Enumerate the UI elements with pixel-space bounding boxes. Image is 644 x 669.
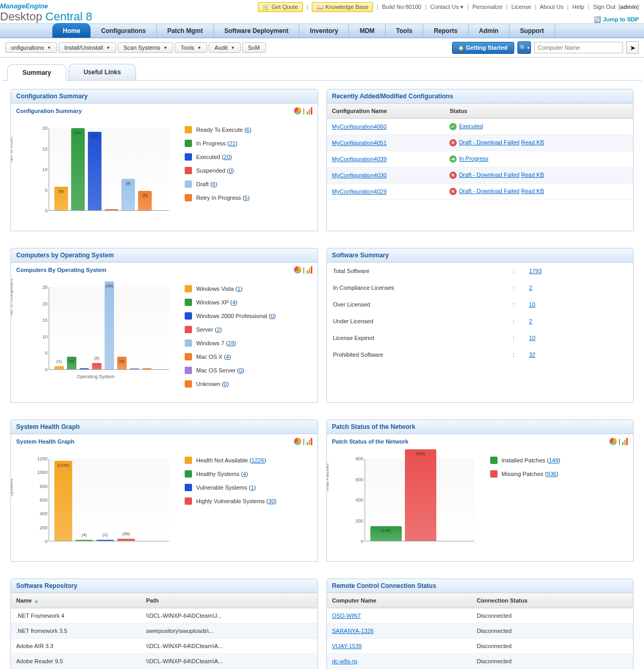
legend-item[interactable]: Ready To Execute (6) bbox=[185, 126, 252, 133]
tab-useful-links[interactable]: Useful Links bbox=[69, 64, 136, 80]
sign-out-link[interactable]: Sign Out bbox=[593, 4, 616, 10]
subnav-som[interactable]: SoM bbox=[242, 42, 266, 53]
getting-started-button[interactable]: Getting Started bbox=[452, 42, 514, 54]
chart-bar[interactable]: (1) bbox=[96, 540, 114, 541]
config-link[interactable]: MyConfiguration4039 bbox=[332, 156, 387, 162]
legend-item[interactable]: Draft (8) bbox=[185, 180, 252, 188]
chart-bar[interactable]: (5) bbox=[138, 191, 152, 211]
nav-patch-mgmt[interactable]: Patch Mgmt bbox=[157, 24, 214, 38]
config-link[interactable]: MyConfiguration4060 bbox=[332, 123, 387, 130]
subnav-onfigurations[interactable]: onfigurations ▼ bbox=[5, 42, 57, 53]
bars-icon[interactable] bbox=[307, 266, 312, 274]
help-link[interactable]: Help bbox=[572, 4, 584, 10]
pie-icon[interactable] bbox=[294, 438, 301, 445]
nav-home[interactable]: Home bbox=[52, 23, 91, 38]
bars-icon[interactable] bbox=[622, 438, 628, 445]
legend-item[interactable]: Windows XP (4) bbox=[185, 299, 276, 306]
nav-software-deployment[interactable]: Software Deployment bbox=[214, 24, 300, 38]
sw-value-link[interactable]: 32 bbox=[529, 351, 535, 358]
legend-item[interactable]: Installed Patches (149) bbox=[490, 457, 561, 464]
sw-value-link[interactable]: 10 bbox=[529, 335, 535, 341]
computer-link[interactable]: SARANYA-1326 bbox=[332, 628, 374, 634]
nav-admin[interactable]: Admin bbox=[469, 24, 510, 38]
legend-item[interactable]: Retry In Progress (5) bbox=[185, 194, 252, 201]
sw-value-link[interactable]: 2 bbox=[529, 285, 532, 291]
subnav-scan-systems[interactable]: Scan Systems ▼ bbox=[118, 42, 173, 53]
nav-support[interactable]: Support bbox=[510, 24, 555, 38]
chart-bar[interactable] bbox=[130, 368, 139, 369]
chart-bar[interactable] bbox=[80, 368, 89, 369]
subnav-install-uninstall[interactable]: Install/Uninstall ▼ bbox=[59, 42, 116, 53]
sw-value-link[interactable]: 2 bbox=[529, 318, 532, 324]
get-quote-button[interactable]: 🛒 Get Quote bbox=[258, 2, 303, 12]
search-go-button[interactable]: ➤ bbox=[626, 41, 639, 54]
config-link[interactable]: MyConfiguration4029 bbox=[332, 188, 387, 195]
chart-bar[interactable]: (6) bbox=[54, 187, 68, 210]
chart-bar[interactable]: (1226) bbox=[54, 461, 72, 541]
computer-link[interactable]: dc-w8s-rp bbox=[332, 658, 357, 664]
legend-item[interactable]: In Progress (21) bbox=[185, 140, 252, 147]
sw-value-link[interactable]: 1793 bbox=[529, 268, 541, 274]
legend-item[interactable]: Missing Patches (936) bbox=[490, 470, 561, 478]
legend-item[interactable]: Mac OS Server (0) bbox=[185, 367, 276, 374]
read-kb-link[interactable]: Read KB bbox=[521, 139, 544, 145]
chart-bar[interactable] bbox=[142, 368, 152, 369]
sw-value-link[interactable]: 10 bbox=[529, 301, 535, 308]
tab-summary[interactable]: Summary bbox=[7, 64, 66, 81]
knowledge-base-button[interactable]: 📖 Knowledge Base bbox=[312, 2, 374, 12]
nav-configurations[interactable]: Configurations bbox=[91, 24, 156, 38]
computer-link[interactable]: OSD-WIN7 bbox=[332, 613, 361, 619]
nav-reports[interactable]: Reports bbox=[423, 24, 468, 38]
pie-icon[interactable] bbox=[294, 266, 301, 274]
license-link[interactable]: License bbox=[511, 4, 531, 10]
legend-item[interactable]: Executed (20) bbox=[185, 153, 252, 161]
chart-bar[interactable]: (8) bbox=[121, 179, 135, 210]
legend-item[interactable]: Mac OS X (4) bbox=[185, 353, 276, 360]
nav-mdm[interactable]: MDM bbox=[349, 24, 386, 38]
legend-item[interactable]: Windows 2000 Professional (0) bbox=[185, 312, 276, 320]
legend-item[interactable]: Unknown (0) bbox=[185, 380, 276, 388]
bars-icon[interactable] bbox=[307, 107, 312, 115]
status-link[interactable]: Draft - Download Failed bbox=[459, 172, 519, 178]
status-link[interactable]: In Progress bbox=[459, 155, 488, 162]
read-kb-link[interactable]: Read KB bbox=[521, 172, 544, 178]
chart-bar[interactable] bbox=[105, 209, 118, 210]
pie-icon[interactable] bbox=[294, 107, 301, 115]
chart-bar[interactable]: (4) bbox=[67, 357, 76, 369]
nav-inventory[interactable]: Inventory bbox=[299, 24, 349, 38]
chart-bar[interactable]: (4) bbox=[117, 357, 127, 369]
chart-bar[interactable]: (936) bbox=[405, 449, 436, 541]
nav-tools[interactable]: Tools bbox=[386, 24, 423, 38]
legend-item[interactable]: Health Not Available (1226) bbox=[185, 457, 277, 464]
subnav-audit[interactable]: Audit ▼ bbox=[209, 42, 241, 53]
search-input[interactable] bbox=[534, 42, 623, 53]
pie-icon[interactable] bbox=[609, 438, 617, 445]
chart-bar[interactable]: (28) bbox=[105, 281, 114, 369]
personalize-link[interactable]: Personalize bbox=[472, 4, 502, 10]
col-path[interactable]: Path bbox=[141, 593, 317, 608]
chart-bar[interactable]: (30) bbox=[117, 539, 135, 541]
legend-item[interactable]: Server (2) bbox=[185, 326, 276, 333]
status-link[interactable]: Executed bbox=[459, 123, 483, 129]
chart-bar[interactable]: (2) bbox=[92, 363, 101, 369]
computer-link[interactable]: VIJAY-1539 bbox=[332, 643, 362, 649]
status-link[interactable]: Draft - Download Failed bbox=[459, 139, 519, 145]
legend-item[interactable]: Vulnerable Systems (1) bbox=[185, 484, 277, 491]
legend-item[interactable]: Windows Vista (1) bbox=[185, 285, 276, 292]
read-kb-link[interactable]: Read KB bbox=[521, 188, 544, 194]
chart-bar[interactable]: (4) bbox=[75, 540, 93, 541]
chart-bar[interactable]: (21) bbox=[71, 128, 85, 211]
chart-bar[interactable]: (1) bbox=[54, 366, 64, 369]
jump-to-sdp-link[interactable]: 🔄 Jump to SDP bbox=[594, 16, 639, 22]
bars-icon[interactable] bbox=[307, 438, 312, 445]
config-link[interactable]: MyConfiguration4051 bbox=[332, 140, 387, 146]
col-name[interactable]: Name▲ bbox=[11, 593, 141, 608]
search-type-button[interactable]: 🔍▾ bbox=[517, 41, 531, 54]
legend-item[interactable]: Suspended (0) bbox=[185, 167, 252, 174]
legend-item[interactable]: Windows 7 (28) bbox=[185, 339, 276, 347]
legend-item[interactable]: Healthy Systems (4) bbox=[185, 470, 277, 478]
subnav-tools[interactable]: Tools ▼ bbox=[175, 42, 207, 53]
legend-item[interactable]: Highly Vulnerable Systems (30) bbox=[185, 497, 277, 505]
config-link[interactable]: MyConfiguration4030 bbox=[332, 172, 387, 178]
chart-bar[interactable]: (20) bbox=[88, 132, 101, 210]
